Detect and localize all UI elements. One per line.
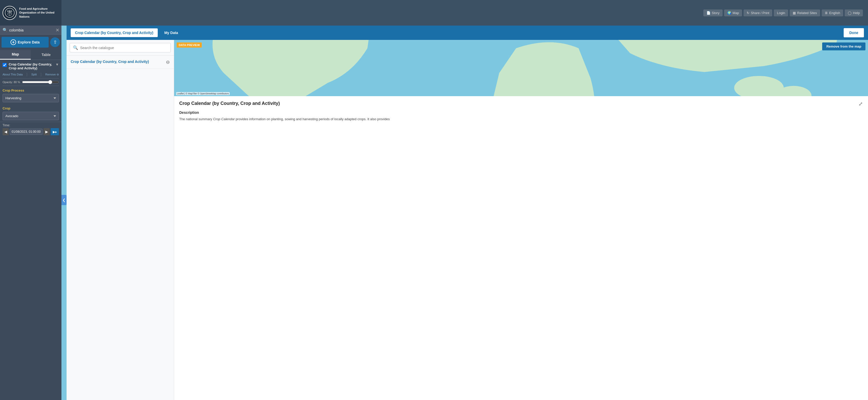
plus-circle-icon: +	[10, 39, 16, 45]
sidebar-search-area: 🔍 ✕	[0, 26, 61, 35]
remove-layer-button[interactable]: Remove ⊖	[45, 73, 59, 76]
about-this-data-button[interactable]: About This Data	[3, 73, 23, 76]
layer-checkbox[interactable]	[3, 63, 7, 67]
top-navigation: FAO Food and Agriculture Organization of…	[0, 0, 434, 26]
preview-map-container: DATA PREVIEW Remove from the map Leaflet…	[174, 40, 434, 96]
preview-description-label: Description	[179, 110, 434, 114]
search-input[interactable]	[9, 28, 54, 32]
left-sidebar: 🔍 ✕ + Explore Data ⇧ Map Table Crop Cale…	[0, 0, 61, 200]
opacity-slider[interactable]	[22, 80, 59, 84]
time-prev-button[interactable]: ◀	[3, 128, 9, 135]
fao-logo: FAO	[3, 6, 17, 20]
explore-data-row: + Explore Data ⇧	[0, 35, 61, 49]
fao-logo-area: FAO Food and Agriculture Organization of…	[0, 0, 61, 26]
catalogue-search-area: 🔍	[67, 40, 174, 56]
crop-label: Crop	[3, 106, 59, 110]
my-data-button[interactable]: My Data	[160, 29, 182, 37]
time-label: Time:	[3, 124, 59, 127]
time-display: 01/08/2023, 01:00:00	[10, 129, 42, 135]
upload-button[interactable]: ⇧	[50, 37, 60, 47]
close-search-button[interactable]: ✕	[56, 28, 59, 32]
opacity-label: Opacity: 80 %	[3, 80, 20, 84]
catalogue-result-title: Crop Calendar (by Country, Crop and Acti…	[71, 59, 163, 64]
catalogue-tab-crop-calendar[interactable]: Crop Calendar (by Country, Crop and Acti…	[71, 28, 158, 37]
crop-process-select[interactable]: Harvesting	[3, 94, 59, 102]
crop-process-label: Crop Process	[3, 89, 59, 92]
catalogue-header: Crop Calendar (by Country, Crop and Acti…	[67, 26, 434, 40]
explore-data-button[interactable]: + Explore Data	[2, 37, 49, 47]
search-icon: 🔍	[3, 28, 8, 32]
layer-name: Crop Calendar (by Country, Crop and Acti…	[9, 62, 53, 70]
fao-title: Food and Agriculture Organization of the…	[19, 7, 59, 19]
catalogue-list: 🔍 Crop Calendar (by Country, Crop and Ac…	[67, 40, 174, 200]
result-remove-button[interactable]: ⊖	[166, 59, 170, 65]
play-chart-icon: ▶▸	[53, 130, 57, 134]
time-play-button[interactable]: ▶▸	[51, 128, 59, 135]
preview-info: Crop Calendar (by Country, Crop and Acti…	[174, 96, 434, 126]
collapse-sidebar-button[interactable]: ❮	[61, 195, 67, 200]
split-button[interactable]: Split	[31, 73, 37, 76]
catalogue-search-icon: 🔍	[73, 45, 78, 50]
data-preview-badge: DATA PREVIEW	[177, 42, 202, 47]
crop-section: Crop Avocado	[0, 104, 61, 122]
layer-item: Crop Calendar (by Country, Crop and Acti…	[0, 60, 61, 86]
right-panel: Crop Calendar (by Country, Crop and Acti…	[67, 26, 434, 200]
remove-icon: ⊖	[57, 73, 59, 76]
layer-expand-icon[interactable]: ▼	[55, 62, 59, 66]
preview-panel: DATA PREVIEW Remove from the map Leaflet…	[174, 40, 434, 200]
crop-select[interactable]: Avocado	[3, 112, 59, 120]
catalogue-content: 🔍 Crop Calendar (by Country, Crop and Ac…	[67, 40, 434, 200]
preview-title: Crop Calendar (by Country, Crop and Acti…	[179, 100, 280, 107]
time-row: Time: ◀ 01/08/2023, 01:00:00 ▶ ▶▸	[0, 122, 61, 137]
crop-process-section: Crop Process Harvesting	[0, 86, 61, 104]
upload-icon: ⇧	[53, 39, 57, 45]
tab-map[interactable]: Map	[0, 49, 31, 60]
map-table-tabs: Map Table	[0, 49, 61, 60]
map-attribution: Leaflet | © MapTiler © OpenStreetMap con…	[176, 92, 230, 95]
catalogue-result-item[interactable]: Crop Calendar (by Country, Crop and Acti…	[67, 56, 174, 69]
time-next-button[interactable]: ▶	[43, 128, 50, 135]
tab-table[interactable]: Table	[31, 49, 61, 60]
preview-description-text: The national summary Crop Calendar provi…	[179, 116, 434, 122]
catalogue-search-input[interactable]	[80, 46, 167, 50]
